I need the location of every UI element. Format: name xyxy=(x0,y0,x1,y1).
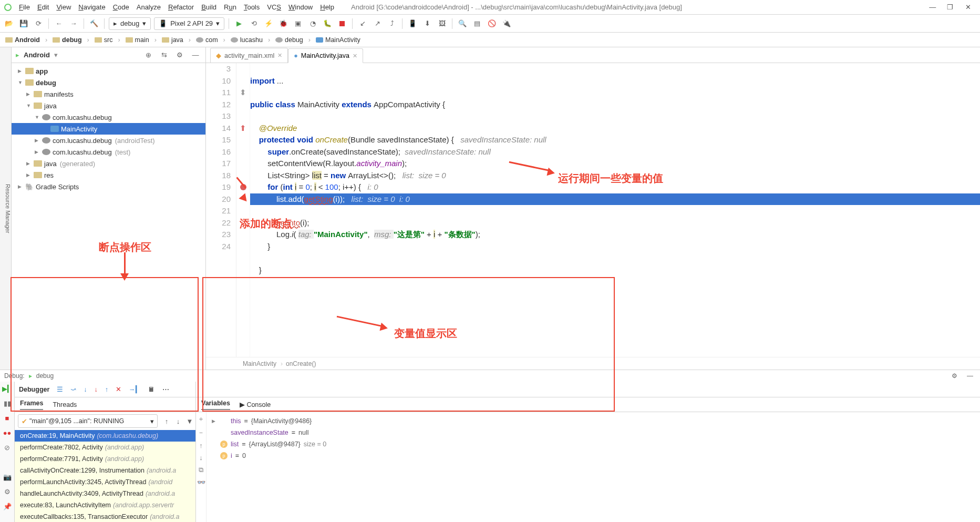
window-close-icon[interactable]: ✕ xyxy=(960,3,976,11)
menu-edit[interactable]: Edit xyxy=(37,3,49,11)
layout-icon[interactable]: ▤ xyxy=(471,18,483,29)
override-marker-icon[interactable]: ⬍ xyxy=(236,87,250,99)
drop-frame-icon[interactable]: ✕ xyxy=(116,385,121,393)
evaluate-icon[interactable]: 🖩 xyxy=(148,386,155,393)
sidebar-hide-icon[interactable]: — xyxy=(190,49,201,61)
stack-frame[interactable]: performCreate:7791, Activity(android.app… xyxy=(15,453,195,465)
mute-bp-icon[interactable]: ⊘ xyxy=(3,443,12,452)
frames-tab[interactable]: Frames xyxy=(20,400,43,410)
sidebar-title[interactable]: Android xyxy=(24,51,50,59)
sync-icon[interactable]: ⟳ xyxy=(33,18,44,29)
crumb-debug[interactable]: debug xyxy=(50,36,91,44)
menu-refactor[interactable]: Refactor xyxy=(168,3,194,11)
stack-frame[interactable]: handleLaunchActivity:3409, ActivityThrea… xyxy=(15,488,195,499)
back-icon[interactable]: ← xyxy=(53,18,65,29)
run-to-cursor-icon[interactable]: →▎ xyxy=(129,385,141,393)
force-step-icon[interactable]: ↓ xyxy=(95,386,98,393)
run-config-combo[interactable]: ▸ debug ▾ xyxy=(109,17,151,30)
tree-res[interactable]: ▶res xyxy=(12,169,205,181)
step-into-icon[interactable]: ↓ xyxy=(84,386,87,393)
hide-icon[interactable]: — xyxy=(964,370,976,382)
stack-frame[interactable]: executeCallbacks:135, TransactionExecuto… xyxy=(15,511,195,522)
build-icon[interactable]: 🔨 xyxy=(88,18,100,29)
menu-window[interactable]: Window xyxy=(288,3,313,11)
stack-frame[interactable]: execute:83, LaunchActivityItem(android.a… xyxy=(15,499,195,511)
code-lines[interactable]: import ... public class MainActivity ext… xyxy=(250,63,980,357)
run-icon[interactable]: ▶ xyxy=(233,18,245,29)
menu-code[interactable]: Code xyxy=(113,3,129,11)
resume-icon[interactable]: ▶▎ xyxy=(3,384,12,393)
stack-frame[interactable]: performCreate:7802, Activity(android.app… xyxy=(15,442,195,453)
threads-tab[interactable]: Threads xyxy=(53,401,77,408)
variable-row[interactable]: pi = 0 xyxy=(212,450,975,462)
variable-row[interactable]: plist = {ArrayList@9487} size = 0 xyxy=(212,438,975,450)
threads-icon[interactable]: ☰ xyxy=(57,385,63,393)
menu-view[interactable]: View xyxy=(56,3,71,11)
tab-mainactivity[interactable]: ●MainActivity.java✕ xyxy=(288,48,363,63)
tree-pkg3[interactable]: ▶com.lucashu.debug(test) xyxy=(12,146,205,158)
window-minimize-icon[interactable]: — xyxy=(925,3,941,11)
device-combo[interactable]: 📱 Pixel 2 API 29 ▾ xyxy=(154,17,224,30)
tree-pkg1[interactable]: ▼com.lucashu.debug xyxy=(12,111,205,123)
pin-icon[interactable]: 📌 xyxy=(3,501,12,511)
window-maximize-icon[interactable]: ❐ xyxy=(942,3,958,11)
stack-frame[interactable]: performLaunchActivity:3245, ActivityThre… xyxy=(15,476,195,488)
debugger-tab[interactable]: Debugger xyxy=(19,386,49,393)
apply-code-icon[interactable]: ⚡ xyxy=(263,18,274,29)
remove-watch-icon[interactable]: － xyxy=(198,428,204,437)
tree-java-gen[interactable]: ▶java(generated) xyxy=(12,158,205,169)
glasses-icon[interactable]: 👓 xyxy=(197,478,205,486)
attach-icon[interactable]: 🐛 xyxy=(322,18,333,29)
apply-changes-icon[interactable]: ⟲ xyxy=(248,18,260,29)
crumb-class[interactable]: MainActivity xyxy=(314,36,368,44)
stack-frame[interactable]: onCreate:19, MainActivity(com.lucashu.de… xyxy=(15,430,195,442)
debug-icon[interactable]: 🐞 xyxy=(277,18,289,29)
stop-icon[interactable] xyxy=(336,18,348,29)
menu-file[interactable]: File xyxy=(19,3,30,11)
tree-mainactivity[interactable]: MainActivity xyxy=(12,123,205,135)
debug-config[interactable]: debug xyxy=(36,372,54,380)
crumb-android[interactable]: Android xyxy=(3,36,49,44)
frame-up-icon[interactable]: ↑ xyxy=(161,415,172,427)
menu-help[interactable]: Help xyxy=(320,3,334,11)
thread-selector[interactable]: ✔"main"@9,105 ...ain": RUNNING▾ xyxy=(18,414,158,428)
git-icon[interactable]: ↙ xyxy=(357,18,368,29)
sidebar-collapse-icon[interactable]: ⇆ xyxy=(158,49,170,61)
git3-icon[interactable]: ⤴ xyxy=(386,18,398,29)
power-icon[interactable]: 🔌 xyxy=(501,18,512,29)
override-marker-icon[interactable]: ⬆ xyxy=(236,122,250,135)
tree-java[interactable]: ▼java xyxy=(12,100,205,111)
pause-icon[interactable]: ▮▮ xyxy=(3,398,12,408)
profile-icon[interactable]: ◔ xyxy=(307,18,318,29)
copy-icon[interactable]: ⧉ xyxy=(199,466,203,474)
crumb-debug2[interactable]: debug xyxy=(273,36,313,44)
close-icon[interactable]: ✕ xyxy=(353,53,357,59)
ecrumb-class[interactable]: MainActivity xyxy=(243,360,283,367)
rm-icon[interactable]: 🖼 xyxy=(436,18,448,29)
menu-tools[interactable]: Tools xyxy=(244,3,260,11)
block-icon[interactable]: 🚫 xyxy=(486,18,498,29)
strip-resource-manager[interactable]: Resource Manager xyxy=(5,184,11,233)
tab-activity-main[interactable]: ◆activity_main.xml✕ xyxy=(210,48,288,63)
step-out-icon[interactable]: ↑ xyxy=(105,386,108,393)
forward-icon[interactable]: → xyxy=(68,18,79,29)
tree-manifests[interactable]: ▶manifests xyxy=(12,88,205,100)
sdk-icon[interactable]: ⬇ xyxy=(421,18,433,29)
code-editor[interactable]: 3 10 11 12 13 14 15 16 17 18 19 20 21 22… xyxy=(206,63,980,357)
tree-debug[interactable]: ▼debug xyxy=(12,77,205,88)
crumb-java[interactable]: java xyxy=(160,36,193,44)
menu-run[interactable]: Run xyxy=(224,3,236,11)
menu-navigate[interactable]: Navigate xyxy=(78,3,105,11)
watch-up-icon[interactable]: ↑ xyxy=(199,442,203,449)
variable-row[interactable]: savedInstanceState = null xyxy=(212,427,975,438)
save-icon[interactable]: 💾 xyxy=(18,18,29,29)
tree-pkg2[interactable]: ▶com.lucashu.debug(androidTest) xyxy=(12,135,205,146)
crumb-src[interactable]: src xyxy=(92,36,122,44)
more-icon[interactable]: ⋯ xyxy=(162,385,169,393)
sidebar-target-icon[interactable]: ⊕ xyxy=(142,49,154,61)
sidebar-settings-icon[interactable]: ⚙ xyxy=(174,49,185,61)
gear-icon[interactable]: ⚙ xyxy=(948,370,960,382)
console-tab[interactable]: ▶ Console xyxy=(240,401,271,408)
filter-icon[interactable]: ▼ xyxy=(184,415,195,427)
step-over-icon[interactable]: ⤻ xyxy=(70,385,76,393)
